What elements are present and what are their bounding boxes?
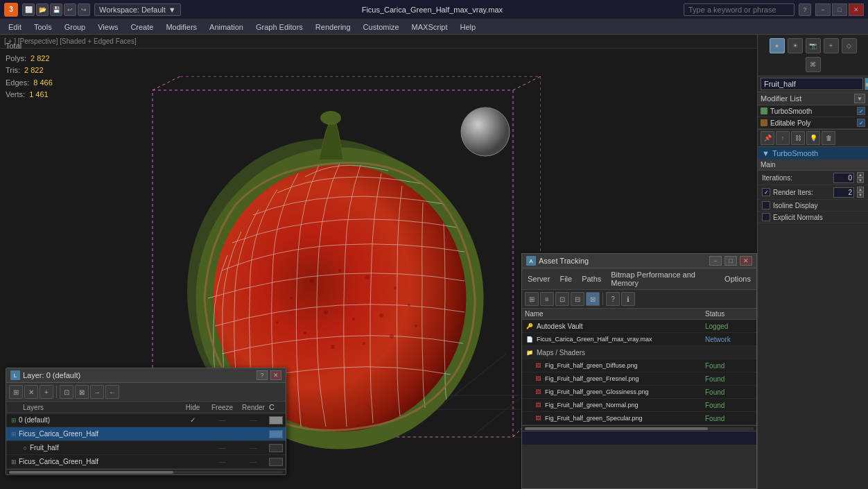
redo-btn[interactable]: ↪ [78,3,90,16]
at-tb-1[interactable]: ⊞ [525,292,539,306]
layer-tb-sel2[interactable]: ⊠ [75,385,89,399]
menu-help[interactable]: Help [455,22,482,33]
at-tb-help[interactable]: ? [606,292,620,306]
at-menu-paths[interactable]: Paths [579,274,604,284]
mod-icon-chain[interactable]: ⛓ [791,131,805,145]
layer-question-btn[interactable]: ? [257,370,268,380]
at-row-fresnel[interactable]: 🖼 Fig_Fruit_half_green_Fresnel.png Found [522,372,756,386]
menu-graph-editors[interactable]: Graph Editors [250,22,309,33]
at-menu-server[interactable]: Server [525,274,553,284]
layer-tb-add[interactable]: + [40,385,53,399]
object-name-input[interactable] [761,78,863,90]
rp-icon-helper[interactable]: + [824,38,839,53]
menu-customize[interactable]: Customize [358,22,405,33]
layer-row-1-freeze: — [207,430,238,438]
layer-tb-sel3[interactable]: → [90,385,104,399]
ts-render-iters-input[interactable] [833,187,854,198]
at-row-normal[interactable]: 🖼 Fig_Fruit_half_green_Normal.png Found [522,399,756,412]
at-row-specular[interactable]: 🖼 Fig_Fruit_half_green_Specular.png Foun… [522,412,756,425]
at-maximize-btn[interactable]: □ [724,256,737,266]
layer-tb-link[interactable]: ⊞ [9,385,23,399]
close-btn[interactable]: ✕ [849,3,864,16]
at-tb-2[interactable]: ≡ [540,292,554,306]
save-btn[interactable]: 💾 [50,3,62,16]
ts-iterations-input[interactable] [833,173,854,183]
layer-row-2[interactable]: ○ Fruit_half — — [6,441,286,455]
ts-isoline-check[interactable] [762,201,770,209]
object-name-bar: ■ [758,76,868,92]
rp-icon-warp[interactable]: ⌘ [806,57,821,72]
at-tb-3[interactable]: ⊡ [555,292,569,306]
at-row-gloss-status: Found [705,388,754,396]
at-input-bar[interactable] [522,431,756,445]
maximize-btn[interactable]: □ [832,3,847,16]
modifier-turbosmooth[interactable]: TurboSmooth ✓ [758,105,868,117]
ts-render-check[interactable]: ✓ [762,188,770,196]
menu-tools[interactable]: Tools [28,22,58,33]
at-scroll-thumb [525,427,708,430]
at-menu-options[interactable]: Options [722,274,754,284]
menu-edit[interactable]: Edit [3,22,27,33]
at-row-vault[interactable]: 🔑 Autodesk Vault Logged [522,320,756,333]
rp-icon-space[interactable]: ◇ [842,38,857,53]
ts-explicit-check[interactable] [762,213,770,221]
at-row-diffuse[interactable]: 🖼 Fig_Fruit_half_green_Diffuse.png Found [522,359,756,372]
ts-iterations-row: Iterations: ▲ ▼ [758,171,868,185]
layer-row-0-render: — [238,416,269,424]
open-btn[interactable]: 📂 [36,3,49,16]
modifier-editable-poly[interactable]: Editable Poly ✓ [758,117,868,129]
menu-maxscript[interactable]: MAXScript [406,22,453,33]
layer-row-3-render: — [238,458,269,465]
viewport[interactable]: [ + ] [Perspective] [Shaded + Edged Face… [0,35,757,489]
menu-modifiers[interactable]: Modifiers [160,22,202,33]
at-tb-4[interactable]: ⊟ [571,292,584,306]
at-col-headers: Name Status [522,309,756,320]
mod-icon-move-up[interactable]: ↑ [776,131,790,145]
ts-render-up[interactable]: ▲ [857,187,864,192]
layer-row-0[interactable]: ⊞ 0 (default) ✓ — — [6,413,286,427]
layer-row-2-freeze: — [207,444,238,452]
at-row-maps[interactable]: 📁 Maps / Shaders [522,346,756,359]
ts-iter-up[interactable]: ▲ [857,172,864,178]
menu-views[interactable]: Views [92,22,123,33]
at-row-max[interactable]: 📄 Ficus_Carica_Green_Half_max_vray.max N… [522,333,756,346]
mod-icon-light[interactable]: 💡 [806,131,820,145]
layer-tb-sel1[interactable]: ⊡ [60,385,73,399]
menu-animation[interactable]: Animation [204,22,249,33]
at-menu-file[interactable]: File [557,274,575,284]
at-row-gloss[interactable]: 🖼 Fig_Fruit_half_green_Glossiness.png Fo… [522,386,756,399]
at-menu-bitmap[interactable]: Bitmap Performance and Memory [608,270,718,288]
layer-close-btn[interactable]: ✕ [270,370,281,380]
ts-iter-down[interactable]: ▼ [857,178,864,183]
at-tb-5[interactable]: ⊠ [586,292,600,306]
layer-scrollbar[interactable] [6,469,286,474]
minimize-btn[interactable]: − [815,3,831,16]
workspace-dropdown[interactable]: Workspace: Default ▼ [94,3,181,16]
at-tb-info[interactable]: ℹ [621,292,635,306]
menu-create[interactable]: Create [125,22,159,33]
mod-editpoly-check[interactable]: ✓ [857,119,865,127]
mod-turbosmooth-check[interactable]: ✓ [857,107,865,115]
layer-row-3[interactable]: ⊞ Ficus_Carica_Green_Half — — [6,455,286,469]
at-scrollbar[interactable] [522,425,756,431]
menu-rendering[interactable]: Rendering [310,22,356,33]
rp-icon-camera[interactable]: 📷 [806,38,821,53]
layer-tb-delete[interactable]: ✕ [24,385,38,399]
ts-render-down[interactable]: ▼ [857,192,864,198]
at-close-btn[interactable]: ✕ [740,256,752,266]
rp-icon-sphere[interactable]: ● [770,38,785,53]
search-input[interactable] [684,3,795,16]
object-name-color[interactable]: ■ [865,78,868,90]
mod-icon-trash[interactable]: 🗑 [822,131,835,145]
undo-btn[interactable]: ↩ [64,3,76,16]
new-btn[interactable]: ⬜ [22,3,35,16]
menu-group[interactable]: Group [59,22,92,33]
at-minimize-btn[interactable]: − [709,256,722,266]
mod-icon-pin[interactable]: 📌 [761,131,774,145]
rp-icon-light[interactable]: ☀ [788,38,803,53]
modifier-dropdown-btn[interactable]: ▼ [854,94,865,103]
layer-tb-sel4[interactable]: ← [105,385,119,399]
layer-row-1[interactable]: ⊞ Ficus_Carica_Green_Half — — [6,427,286,441]
help-btn[interactable]: ? [799,3,811,16]
workspace-arrow: ▼ [168,6,176,14]
